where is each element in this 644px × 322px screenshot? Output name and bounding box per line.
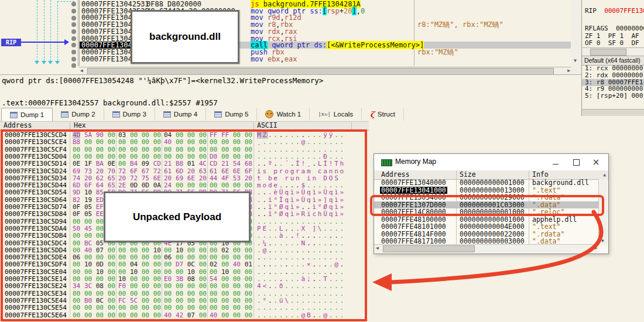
region-info: background.dll: [532, 179, 589, 187]
maximize-icon: [573, 159, 580, 166]
dump-icon: [214, 111, 222, 118]
ascii-text: ........@B..@...: [257, 312, 345, 319]
memory-map-row[interactable]: 00007FFE130400000000000000001000backgrou…: [374, 179, 599, 187]
tab-dump-3[interactable]: Dump 3: [104, 108, 155, 121]
dump-address: 00007FFE130C5DC4: [5, 240, 67, 247]
dump-icon: [112, 111, 120, 118]
region-size: 0000000000001000: [460, 179, 525, 187]
memory-map-row[interactable]: 00007FFE14C800000000000000001000".reloc": [374, 208, 599, 216]
tab-label: Dump 1: [20, 111, 44, 118]
hex-byte-group: 40 00 00 00: [210, 312, 252, 319]
dump-icon: [61, 111, 68, 118]
disassembly-pane[interactable]: 00007FFE13042531˅0F88 D8020000js backgro…: [0, 0, 581, 74]
rip-register-row[interactable]: RIP 00007FFE13042557: [585, 8, 644, 15]
locals-icon: |x=|: [318, 111, 331, 117]
tab-dump-4[interactable]: Dump 4: [155, 108, 206, 121]
memory-map-vertical-scrollbar[interactable]: ▼: [598, 179, 608, 245]
memory-map-titlebar[interactable]: Memory Map ×: [374, 154, 608, 171]
registers-scrollbar[interactable]: ◀: [582, 47, 644, 56]
column-header-size[interactable]: Size: [460, 170, 476, 179]
call-argument-row[interactable]: 5: [rsp+20] 000: [582, 93, 644, 100]
memory-map-rows[interactable]: 00007FFE130400000000000000001000backgrou…: [374, 179, 599, 245]
dump-address: 00007FFE130C5DF4: [5, 261, 67, 268]
header-separator: [351, 122, 352, 129]
tab-dump-1[interactable]: Dump 1: [1, 108, 53, 121]
window-title: Memory Map: [395, 157, 436, 166]
disasm-vertical-scrollbar[interactable]: ▼: [571, 0, 581, 74]
dump-tab-bar[interactable]: Dump 1Dump 2Dump 3Dump 4Dump 5Watch 1|x=…: [1, 108, 404, 121]
hex-byte-group: 00 00 00 00: [73, 312, 115, 319]
tab-label: Dump 2: [71, 111, 95, 118]
scroll-left-icon[interactable]: ◀: [80, 67, 83, 74]
watch-icon: [265, 110, 273, 118]
operand-info-status: qword ptr ds:[00007FFE13054248 "'¼âKþ\x7…: [2, 76, 323, 85]
maximize-button[interactable]: [567, 156, 585, 168]
scroll-right-icon[interactable]: ▶: [594, 245, 597, 252]
dump-address: 00007FFE130C5E54: [5, 304, 67, 311]
tab-locals[interactable]: |x=|Locals: [310, 108, 362, 121]
tab-struct[interactable]: ζStruct: [362, 108, 404, 121]
hex-byte-group: 00 00 00 00: [118, 312, 161, 319]
scroll-up-icon[interactable]: ▲: [603, 172, 606, 179]
scrollbar-thumb[interactable]: [590, 49, 626, 56]
region-info: ".reloc": [532, 208, 564, 216]
instruction-text: mov ebx,eax: [251, 56, 297, 63]
rip-gutter-label: RIP: [1, 39, 21, 46]
struct-icon: ζ: [370, 110, 375, 119]
address-info-status: .text:00007FFE13042557 background.dll:$2…: [2, 98, 218, 107]
dump-address: 00007FFE130C5CE4: [5, 139, 67, 146]
call-argument-row[interactable]: 2: rdx 00000000: [582, 72, 644, 79]
tab-dump-5[interactable]: Dump 5: [206, 108, 257, 121]
scroll-down-icon[interactable]: ▼: [601, 238, 604, 245]
column-header-address[interactable]: Address: [381, 170, 409, 179]
tab-label: Locals: [334, 111, 353, 118]
tab-label: Dump 4: [174, 111, 197, 118]
instruction-comment: r8:"MZ蝸", rbx:"MZ蝸": [417, 21, 503, 28]
dump-icon: [10, 112, 18, 118]
region-size: 0000000000029000: [460, 194, 525, 201]
scrollbar-thumb[interactable]: [383, 245, 475, 252]
rip-arrow: [21, 42, 66, 43]
memory-map-window[interactable]: Memory Map × Address Size Info ▲ 00007FF…: [374, 153, 609, 254]
debugger-screen: 00007FFE13042531˅0F88 D8020000js backgro…: [0, 0, 644, 322]
region-address: 00007FFE13054000: [381, 194, 446, 201]
disassembly-row[interactable]: 00007FFE130425518BD8mov ebx,eax: [0, 56, 581, 63]
scroll-down-icon[interactable]: ▼: [574, 57, 577, 64]
hex-dump-row[interactable]: 00007FFE130C5E6400 00 00 0000 00 00 0040…: [0, 312, 366, 319]
minimize-button[interactable]: [547, 156, 564, 168]
dump-table-header: Address Hex ASCII: [0, 121, 369, 131]
registers-pane[interactable]: RIP 00007FFE13042557 RFLAGS 00000000 ZF …: [581, 0, 644, 116]
header-separator: [254, 122, 254, 129]
dump-address: 00007FFE130C5D54: [5, 189, 67, 196]
scrollbar-thumb[interactable]: [87, 68, 554, 74]
memory-map-horizontal-scrollbar[interactable]: ◀ ▶: [374, 244, 599, 253]
rflags-row[interactable]: RFLAGS 00000000: [585, 25, 644, 32]
scroll-right-icon[interactable]: ▶: [567, 67, 570, 74]
column-header-address[interactable]: Address: [4, 122, 32, 129]
dump-address: 00007FFE130C5DB4: [5, 232, 67, 239]
flags-row-2[interactable]: OF 0 SF 0 DF: [585, 40, 639, 47]
disasm-horizontal-scrollbar[interactable]: ◀ ▶: [79, 67, 571, 74]
tab-watch-1[interactable]: Watch 1: [257, 108, 310, 121]
region-size: 000000000004E000: [460, 223, 525, 231]
tab-label: Dump 5: [225, 111, 248, 118]
rip-value: 00007FFE13042557: [604, 7, 644, 15]
memory-map-row[interactable]: 00007FFE48101000000000000004E000".text": [374, 223, 599, 231]
instruction-comment: rbx:"MZ蝸": [417, 49, 458, 56]
memory-chip-icon: [381, 159, 392, 166]
tab-dump-2[interactable]: Dump 2: [53, 108, 104, 121]
dump-icon: [163, 111, 171, 118]
region-address: 00007FFE14C80000: [381, 208, 446, 216]
memory-map-row[interactable]: 00007FFE130540000000000000029000".rdata": [374, 194, 599, 201]
memory-map-column-headers: Address Size Info ▲: [374, 170, 608, 180]
column-header-info[interactable]: Info: [532, 170, 549, 179]
scroll-left-icon[interactable]: ◀: [376, 245, 379, 252]
column-header-hex[interactable]: Hex: [74, 122, 86, 129]
region-info: ".text": [532, 223, 560, 231]
column-header-ascii[interactable]: ASCII: [257, 122, 278, 129]
dump-address: 00007FFE130C5E64: [5, 312, 67, 319]
breakpoint-dot-icon[interactable]: [71, 63, 76, 68]
close-button[interactable]: ×: [587, 156, 605, 168]
hex-byte-group: 40 42 07 00: [164, 312, 207, 319]
dump-address: 00007FFE130C5D24: [5, 168, 67, 175]
